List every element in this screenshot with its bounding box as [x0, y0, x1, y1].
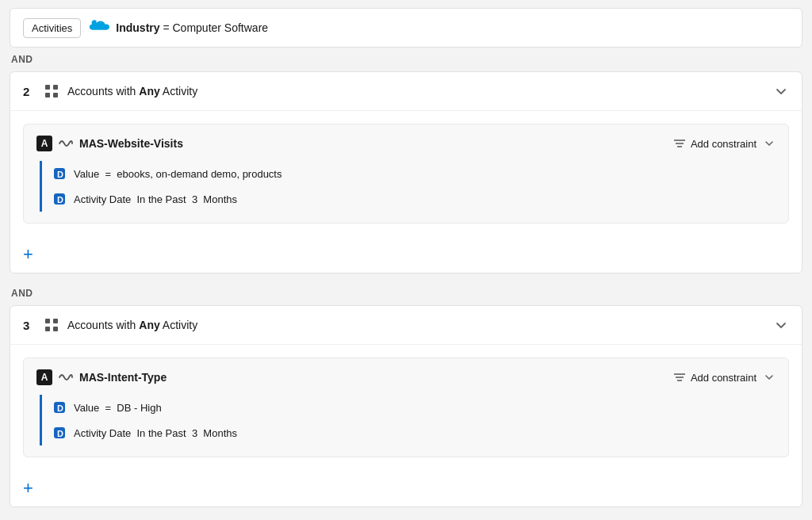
svg-rect-12 — [53, 319, 58, 323]
svg-rect-1 — [53, 85, 58, 90]
activity-card-2: A MAS-Website-Visits Add constraint — [23, 124, 789, 224]
svg-text:D: D — [57, 403, 63, 413]
activities-tab[interactable]: Activities — [23, 18, 81, 38]
salesforce-icon — [87, 17, 109, 39]
svg-text:D: D — [57, 429, 63, 438]
add-constraint-chevron-2 — [763, 137, 776, 150]
add-constraint-btn-3[interactable]: Add constraint — [673, 371, 776, 384]
d-icon-2-1: D — [52, 166, 67, 182]
activity-wave-icon-3 — [59, 370, 73, 384]
page-wrapper: Activities Industry = Computer Software … — [0, 8, 812, 520]
rule-body-3: A MAS-Intent-Type Add constraint — [10, 345, 802, 470]
grid-icon-2 — [44, 83, 59, 99]
top-filter-bar: Activities Industry = Computer Software — [10, 8, 802, 48]
filter-operator: = — [163, 21, 172, 34]
d-icon-2-2: D — [52, 191, 67, 207]
filter-lines-icon-2 — [673, 137, 686, 150]
svg-text:D: D — [57, 170, 63, 179]
svg-rect-11 — [45, 319, 50, 323]
activity-card-header-3: A MAS-Intent-Type Add constraint — [36, 369, 776, 385]
activity-card-header-2: A MAS-Website-Visits Add constraint — [36, 136, 776, 151]
rule-number-3: 3 — [23, 319, 36, 332]
plus-icon-2: + — [23, 246, 40, 263]
rule-block-3: 3 Accounts with Any Activity A — [10, 305, 802, 507]
constraint-row-2-2: D Activity Date In the Past 3 Months — [40, 186, 776, 212]
grid-icon-3 — [44, 317, 59, 333]
add-constraint-label-2: Add constraint — [691, 138, 756, 150]
plus-icon-3: + — [23, 480, 40, 497]
and-label-2: AND — [0, 281, 812, 305]
constraint-row-2-1: D Value = ebooks, on-demand demo, produc… — [40, 161, 776, 186]
constraint-text-2-2: Activity Date In the Past 3 Months — [74, 193, 237, 205]
rule-block-2: 2 Accounts with Any Activity A — [10, 71, 802, 273]
rule-header-text-3: Accounts with Any Activity — [67, 319, 765, 331]
svg-rect-3 — [53, 93, 58, 98]
rule-chevron-3[interactable] — [773, 317, 789, 333]
activity-badge-3: A — [36, 369, 52, 385]
filter-display: Industry = Computer Software — [116, 21, 268, 34]
activity-card-3: A MAS-Intent-Type Add constraint — [23, 358, 789, 457]
rule-chevron-2[interactable] — [773, 83, 789, 99]
add-row-btn-3[interactable]: + — [10, 470, 802, 507]
svg-rect-13 — [45, 327, 50, 331]
svg-rect-2 — [45, 93, 50, 98]
d-icon-3-2: D — [52, 425, 67, 441]
constraint-text-3-1: Value = DB - High — [74, 402, 162, 414]
and-label-1: AND — [0, 48, 812, 71]
activity-name-3: MAS-Intent-Type — [79, 371, 667, 384]
add-constraint-btn-2[interactable]: Add constraint — [673, 137, 776, 150]
svg-rect-0 — [45, 85, 50, 90]
add-row-btn-2[interactable]: + — [10, 236, 802, 273]
rule-body-2: A MAS-Website-Visits Add constraint — [10, 111, 802, 236]
activity-name-2: MAS-Website-Visits — [79, 137, 667, 150]
filter-field: Industry — [116, 21, 159, 34]
filter-lines-icon-3 — [673, 371, 686, 384]
add-constraint-chevron-3 — [763, 371, 776, 384]
rule-header-3: 3 Accounts with Any Activity — [10, 306, 802, 345]
filter-value: Computer Software — [173, 21, 269, 34]
d-icon-3-1: D — [52, 400, 67, 415]
constraint-row-3-1: D Value = DB - High — [40, 395, 776, 420]
activity-badge-2: A — [36, 136, 52, 151]
constraint-text-3-2: Activity Date In the Past 3 Months — [74, 427, 237, 439]
constraint-text-2-1: Value = ebooks, on-demand demo, products — [74, 168, 282, 180]
activity-wave-icon-2 — [59, 136, 73, 151]
rule-header-2: 2 Accounts with Any Activity — [10, 72, 802, 111]
svg-rect-14 — [53, 327, 58, 331]
constraint-row-3-2: D Activity Date In the Past 3 Months — [40, 420, 776, 445]
rule-header-text-2: Accounts with Any Activity — [67, 85, 765, 98]
rule-number-2: 2 — [23, 85, 36, 98]
svg-text:D: D — [57, 195, 63, 205]
add-constraint-label-3: Add constraint — [691, 372, 756, 384]
